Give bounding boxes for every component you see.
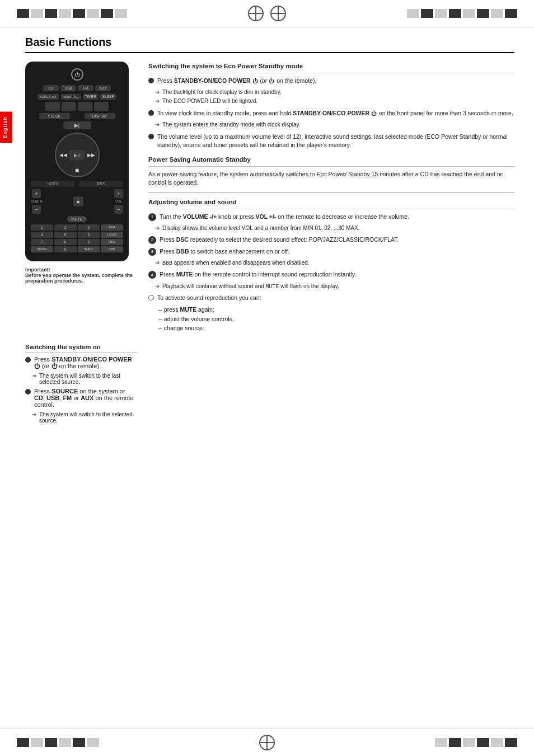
switch-arrow-1-text: The system will switch to the last selec… [39,373,137,385]
shuffle-button[interactable]: SHUFFLE [61,94,81,100]
power-saving-body: As a power-saving feature, the system au… [148,170,514,187]
shuffle-icon-btn[interactable] [62,102,76,111]
vol-plus-button[interactable]: + [114,189,123,198]
album-label: ALBUM [31,200,43,203]
bar-block [421,9,433,18]
aux-button[interactable]: AUX [95,85,111,91]
intro-button[interactable]: INTRO [31,181,75,187]
num-8-button[interactable]: 8 [54,239,77,245]
repeat-icon-btn[interactable] [45,102,60,111]
timer-icon-btn[interactable] [78,102,92,111]
sleep-button[interactable]: SLEEP [100,93,116,100]
vol-minus-button[interactable]: − [114,205,123,214]
bbb-button[interactable]: BBB [101,246,123,252]
num-badge-4: 4 [148,271,156,279]
bar-block [87,738,99,747]
vol-item-3: 3 Press DBB to switch bass enhancement o… [148,247,514,256]
num-6-button[interactable]: 6 [78,232,100,238]
power-button[interactable]: ⏻ [71,68,83,81]
vol-item-3-text: Press DBB to switch bass enhancement on … [160,247,289,256]
remote-power-section: ⏻ [31,68,123,81]
repeat-buttons-row: REPEAT/ST. SHUFFLE TIMER SLEEP [31,93,123,100]
vol-arrow-1: ➔ Display shows the volume level VOL and… [155,224,514,233]
sub-item-3-text: change source. [164,324,204,332]
numpad: 1 2 3 DIM 4 5 6 LOUD 7 8 9 DSC PROG 0 SH… [31,224,123,252]
bottom-bar-left [17,738,99,747]
fm-button[interactable]: FM [78,85,93,91]
bar-block [45,9,57,18]
adjust-volume-title: Adjusting volume and sound [148,198,514,209]
right-content: Switching the system to Eco Power Standb… [148,62,514,338]
clock-button[interactable]: CLOCK [39,113,70,119]
usb-button[interactable]: USB [60,85,76,91]
bullet-icon [25,389,31,395]
repeat-btn-icons [31,102,123,111]
num-7-button[interactable]: 7 [31,239,53,245]
mute-button[interactable]: MUTE [67,216,87,222]
album-minus-button[interactable]: − [32,205,41,214]
cd-button[interactable]: CD [43,85,59,91]
num-3-button[interactable]: 3 [78,224,100,231]
prog-button[interactable]: PROG [31,246,53,252]
display-button[interactable]: DISPLAY [85,113,115,119]
top-bar-right [407,9,517,18]
num-4-button[interactable]: 4 [31,232,53,238]
num-2-button[interactable]: 2 [54,224,77,231]
bar-block [435,9,447,18]
switch-on-section: Switching the system on Press STANDBY-ON… [25,344,137,424]
num-1-button[interactable]: 1 [31,224,53,231]
mute-row: MUTE [31,216,123,222]
switch-arrow-1: ➔ The system will switch to the last sel… [32,373,137,385]
bar-block [45,738,57,747]
timer-button[interactable]: TIMER [83,93,99,100]
loud-button[interactable]: LOUD [101,232,123,238]
remote-area: ⏻ CD USB FM AUX REPEAT/ST. SHUFFLE TIMER… [25,62,137,338]
arrow-icon: ➔ [32,373,36,379]
skip-button[interactable]: ▶| [63,121,91,129]
num-5-button[interactable]: 5 [54,232,77,238]
switch-bullet-2: Press SOURCE on the system or CD, USB, F… [25,388,137,408]
eco-power-title: Switching the system to Eco Power Standb… [148,62,514,73]
stop-button-mid[interactable]: ■ [73,196,83,206]
sub-list-5: – press MUTE again; – adjust the volume … [158,306,514,332]
bar-block [449,738,461,747]
dsc-button[interactable]: DSC [101,239,123,245]
sleep-icon-btn[interactable] [94,102,109,111]
vol-item-2-text: Press DSC repeatedly to select the desir… [160,236,399,244]
bar-block [59,9,71,18]
page-title: Basic Functions [25,36,514,53]
repeat-button[interactable]: REPEAT/ST. [38,94,59,100]
num-badge-1: 1 [148,213,156,221]
skip-row: ▶| [31,121,123,129]
crosshair-icon-right [270,6,286,21]
eco-power-section: Switching the system to Eco Power Standb… [148,62,514,149]
vol-arrow-3-text: BBB appears when enabled and disappears … [162,259,310,268]
vol-item-5-text: To activate sound reproduction you can: [157,294,261,302]
bar-block [477,9,489,18]
vol-arrow-4: ➔ Playback will continue without sound a… [155,283,514,292]
arrow-icon: ➔ [155,224,160,233]
eco-arrow-1a: ➔ The backlight for clock display is dim… [155,88,514,97]
bottom-bar-center [99,735,435,750]
switch-arrow-2-text: The system will switch to the selected s… [39,411,137,424]
crosshair-icon [248,6,264,21]
num-badge-2: 2 [148,236,156,244]
bar-block [87,9,99,18]
nav-play-pause[interactable]: ▶II [69,150,85,160]
album-plus-button[interactable]: + [32,189,41,198]
rds-button[interactable]: RDS [79,181,123,187]
bar-block [463,738,475,747]
vol-item-5: To activate sound reproduction you can: [148,294,514,302]
num-9-button[interactable]: 9 [78,239,100,245]
vol-item-2: 2 Press DSC repeatedly to select the des… [148,236,514,244]
nav-stop-icon: ◼ [75,167,79,173]
power-saving-title: Power Saving Automatic Standby [148,155,514,167]
shift-button[interactable]: SHIFT [78,246,100,252]
nav-next-icon: ▶▶ [87,152,95,158]
nav-circle[interactable]: ◀◀ ▶II ▶▶ ◼ [55,133,100,177]
dim-button[interactable]: DIM [101,224,123,231]
bar-block [73,738,85,747]
num-0-button[interactable]: 0 [54,246,77,252]
bar-block [407,9,419,18]
vol-label: VOL [115,200,122,203]
